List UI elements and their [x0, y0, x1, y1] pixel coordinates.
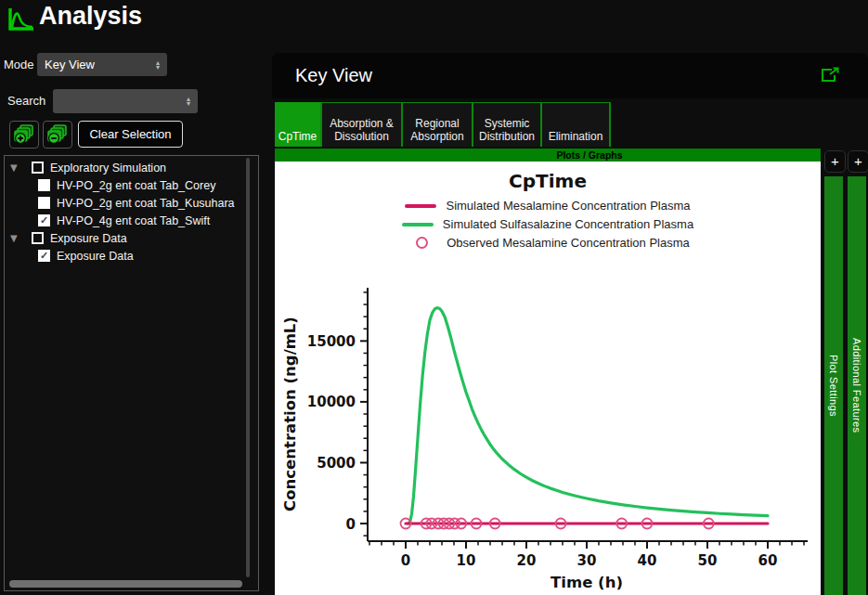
svg-text:40: 40: [638, 552, 657, 569]
checkbox-checked[interactable]: ✓: [38, 214, 50, 226]
svg-text:10000: 10000: [307, 394, 356, 410]
deselect-all-button[interactable]: [43, 121, 72, 149]
svg-text:0: 0: [346, 516, 356, 533]
tree-item-label[interactable]: Exposure Data: [50, 232, 127, 245]
tree-item-exploratory-simulation[interactable]: ▼ Exploratory Simulation: [5, 159, 258, 176]
checkbox-checked[interactable]: ✓: [38, 250, 50, 262]
search-label: Search: [7, 94, 45, 108]
horizontal-scrollbar[interactable]: [9, 580, 242, 588]
mode-value: Key View: [45, 58, 95, 71]
stack-plus-icon: [13, 124, 35, 145]
mode-dropdown[interactable]: Key View ▴▾: [37, 53, 167, 76]
tab-cptime[interactable]: CpTime: [275, 102, 322, 147]
legend-item: Observed Mesalamine Concentration Plasma: [406, 236, 690, 250]
plots-graphs-bar: Plots / Graphs: [275, 149, 821, 162]
analysis-window: Analysis Mode Key View ▴▾ Search ▴▾ Clea…: [0, 0, 868, 595]
open-external-icon[interactable]: [820, 67, 840, 84]
analysis-curve-icon: [7, 6, 35, 32]
legend-item: Simulated Sulfasalazine Concentration Pl…: [402, 217, 693, 231]
checkbox-unchecked[interactable]: [38, 179, 50, 191]
simulation-tree-panel: ▼ Exploratory Simulation HV-PO_2g ent co…: [4, 155, 259, 591]
expand-plot-settings-button[interactable]: +: [824, 150, 846, 173]
legend-line-swatch: [405, 204, 436, 208]
view-tabs: CpTime Absorption & Dissolution Regional…: [275, 102, 611, 147]
checkbox-unchecked[interactable]: [38, 197, 50, 209]
tab-elimination[interactable]: Elimination: [542, 102, 611, 147]
plot-settings-strip[interactable]: Plot Settings: [824, 176, 843, 595]
tree-item-label[interactable]: Exploratory Simulation: [50, 162, 166, 175]
tree-item-tab-swift[interactable]: ✓ HV-PO_4g ent coat Tab_Swift: [5, 212, 258, 229]
tab-systemic-distribution[interactable]: Systemic Distribution: [473, 102, 542, 147]
plot-panel: CpTime Simulated Mesalamine Concentratio…: [275, 162, 821, 595]
chart-legend: Simulated Mesalamine Concentration Plasm…: [275, 199, 821, 250]
cptime-chart: 0500010000150000102030405060Time (h)Conc…: [275, 265, 821, 595]
tree-item-label[interactable]: HV-PO_4g ent coat Tab_Swift: [57, 214, 210, 227]
legend-item: Simulated Mesalamine Concentration Plasm…: [405, 199, 690, 213]
svg-text:15000: 15000: [307, 333, 356, 350]
svg-text:5000: 5000: [317, 455, 356, 472]
tree-item-tab-corey[interactable]: HV-PO_2g ent coat Tab_Corey: [5, 176, 258, 194]
chart-title: CpTime: [275, 170, 821, 192]
svg-text:20: 20: [517, 552, 537, 569]
svg-text:Concentration (ng/mL): Concentration (ng/mL): [281, 317, 299, 511]
tree-item-label[interactable]: HV-PO_2g ent coat Tab_Corey: [57, 179, 215, 192]
legend-circle-swatch: [416, 237, 428, 249]
vertical-scrollbar[interactable]: [246, 158, 250, 577]
clear-selection-button[interactable]: Clear Selection: [78, 121, 183, 148]
svg-text:30: 30: [577, 552, 597, 569]
stepper-icon: ▴▾: [187, 97, 190, 106]
checkbox-indeterminate[interactable]: [32, 162, 44, 174]
expand-additional-features-button[interactable]: +: [848, 150, 868, 173]
select-all-button[interactable]: [9, 121, 39, 149]
search-dropdown[interactable]: ▴▾: [53, 89, 198, 113]
key-view-header: Key View: [272, 53, 868, 98]
tree-item-tab-kusuhara[interactable]: HV-PO_2g ent coat Tab_Kusuhara: [5, 194, 258, 212]
mode-label: Mode: [4, 58, 34, 71]
svg-text:Time (h): Time (h): [551, 574, 623, 591]
tree-item-exposure-data[interactable]: ▼ Exposure Data: [5, 229, 258, 247]
legend-line-swatch: [402, 223, 434, 226]
svg-text:60: 60: [758, 552, 778, 569]
stepper-icon: ▴▾: [156, 60, 160, 70]
chevron-down-icon[interactable]: ▼: [10, 234, 21, 243]
page-title: Analysis: [39, 2, 142, 31]
tree-item-label[interactable]: Exposure Data: [57, 250, 134, 263]
chevron-down-icon[interactable]: ▼: [10, 163, 21, 173]
svg-text:10: 10: [457, 552, 476, 569]
stack-minus-icon: [46, 124, 69, 145]
tree-item-exposure-data-child[interactable]: ✓ Exposure Data: [5, 247, 258, 265]
svg-text:50: 50: [698, 552, 718, 569]
tab-absorption-dissolution[interactable]: Absorption & Dissolution: [322, 102, 403, 147]
plots-graphs-label: Plots / Graphs: [556, 149, 622, 161]
key-view-title: Key View: [295, 65, 372, 86]
tree-item-label[interactable]: HV-PO_2g ent coat Tab_Kusuhara: [57, 197, 235, 210]
additional-features-strip[interactable]: Additional Features: [848, 176, 866, 595]
svg-text:0: 0: [401, 552, 410, 569]
checkbox-indeterminate[interactable]: [32, 232, 44, 244]
tab-regional-absorption[interactable]: Regional Absorption: [403, 102, 473, 147]
